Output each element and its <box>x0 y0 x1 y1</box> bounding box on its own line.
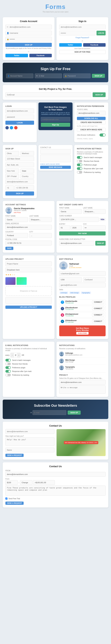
toggle-2[interactable] <box>77 160 82 162</box>
subscribe-signup-button[interactable]: Sign Up <box>41 123 70 127</box>
cc-newsletter-signup-button[interactable]: SIGN UP <box>95 241 106 246</box>
cc-number-input[interactable] <box>59 217 99 222</box>
cu2-checkbox[interactable] <box>6 498 8 500</box>
edit-stars-link[interactable]: & STARS ★★★★ <box>69 267 82 268</box>
si-email-input[interactable] <box>59 24 106 29</box>
account-fn-input[interactable] <box>6 217 28 222</box>
upload-desc-textarea[interactable] <box>6 297 52 304</box>
upload-name-input[interactable] <box>6 262 52 266</box>
signup-state-select[interactable]: State <box>20 168 34 173</box>
ls-login-button[interactable]: LOGIN <box>6 121 34 125</box>
instagram-connect-button[interactable]: CONNECT <box>92 313 104 317</box>
ca-email-input[interactable] <box>6 24 52 29</box>
cc-cvv-input[interactable] <box>83 225 106 230</box>
upload-category-select[interactable]: Dropdown here <box>6 268 52 272</box>
skill-tag-1[interactable]: UxDesign <box>60 292 68 294</box>
account-ln-input[interactable] <box>29 217 52 222</box>
twitter-connect-button[interactable]: CONNECT <box>92 300 104 304</box>
subscribe-banner-signup-button[interactable]: SIGN UP <box>68 410 81 414</box>
cu2-budget-end-input[interactable] <box>33 480 55 485</box>
edit-country-select[interactable]: USA <box>59 277 82 282</box>
check-image-button[interactable]: CHECK WITH IMAGE HERE <box>77 128 106 132</box>
cu2-budget-from-input[interactable] <box>6 480 18 485</box>
upload-thumb-2[interactable] <box>16 277 27 285</box>
subscribe-email-input[interactable] <box>32 410 66 415</box>
signup-zip-input[interactable] <box>6 174 19 179</box>
edit-city-input[interactable] <box>83 277 106 282</box>
ls-email-input[interactable] <box>6 108 34 113</box>
cu1-email-input[interactable] <box>6 429 54 434</box>
banner-email-input[interactable] <box>35 74 62 78</box>
account-email-input[interactable] <box>6 225 52 230</box>
skill-tag-2[interactable]: Web Design <box>69 292 80 294</box>
signup-apt-input[interactable] <box>6 162 34 167</box>
cu1-name-input[interactable] <box>6 448 54 452</box>
cc-fn-input[interactable] <box>59 209 82 214</box>
ca-facebook-button[interactable]: Facebook <box>29 54 52 57</box>
email-toggle-2[interactable] <box>6 362 11 365</box>
upload-stars[interactable]: ★★★☆☆ <box>6 274 16 276</box>
contact-link-textarea[interactable] <box>40 154 71 162</box>
get-project-email-input[interactable] <box>6 92 91 97</box>
email-toggle-1[interactable] <box>6 359 11 362</box>
toggle-1[interactable] <box>77 156 82 159</box>
account-save-button[interactable]: SAVE <box>6 247 13 250</box>
download-all-button[interactable]: DOWNLOAD ALL <box>77 117 106 120</box>
login-facebook-icon[interactable] <box>6 126 9 130</box>
cu2-from-input[interactable] <box>6 472 106 477</box>
privacy-message-textarea[interactable] <box>59 385 106 394</box>
banner-password-input[interactable] <box>63 74 90 78</box>
signup-city-input[interactable] <box>6 168 19 173</box>
si-twitter-button[interactable]: Twitter <box>59 43 82 47</box>
signup-phone-input[interactable] <box>14 186 34 190</box>
cc-exp-year-select[interactable]: 2026 <box>71 225 82 230</box>
upload-thumb-1[interactable] <box>6 277 16 285</box>
si-facebook-button[interactable]: Facebook <box>83 43 106 47</box>
signup-submit-button[interactable]: SIGN UP <box>6 192 34 196</box>
linkedin-connect-button[interactable]: CONNECT <box>92 320 104 323</box>
contact-send-button[interactable]: SEND MESSAGE <box>40 166 71 169</box>
cc-pay-button[interactable]: PAY NOW <box>59 232 106 236</box>
signup-lastname-input[interactable] <box>20 151 34 156</box>
signup-email-input[interactable] <box>6 179 34 184</box>
upload-submit-button[interactable]: UPLOAD A PROJECT <box>6 306 52 309</box>
toggle-5[interactable] <box>77 171 82 174</box>
facebook-connect-button[interactable]: CONNECT <box>92 307 104 310</box>
signup-country-input[interactable] <box>20 174 34 179</box>
privacy-email-input[interactable] <box>59 380 106 384</box>
red-card-subscribe-button[interactable]: SUBSCRIBE <box>76 332 88 334</box>
cu2-budget-to-select[interactable]: Change <box>20 480 32 485</box>
si-password-input[interactable] <box>59 31 96 36</box>
si-login-button[interactable]: LOG IN <box>96 31 106 36</box>
banner-signup-button[interactable]: SIGN UP <box>92 74 105 78</box>
signup-address-input[interactable] <box>6 156 34 161</box>
freq-minus[interactable]: − <box>11 353 14 357</box>
browser-toggle-switch[interactable] <box>100 134 106 136</box>
cu1-help-textarea[interactable] <box>6 437 54 446</box>
contact-link-input[interactable] <box>40 149 71 154</box>
si-forgot-link[interactable]: Forgot Password? <box>59 37 106 38</box>
cc-newsletter-email-input[interactable] <box>59 241 94 246</box>
freq-plus[interactable]: + <box>17 353 20 357</box>
cu2-submit-button[interactable]: SEND A REQUEST <box>6 502 24 505</box>
si-signup-free-button[interactable]: SIGN UP FOR FREE <box>59 50 106 54</box>
notif-email-input[interactable] <box>77 111 106 116</box>
account-country-select[interactable]: Portland <box>6 233 28 238</box>
cu1-send-button[interactable]: SEND A REQUEST <box>6 454 24 457</box>
toggle-4[interactable] <box>77 167 82 170</box>
account-zip-input[interactable] <box>6 241 52 246</box>
email-toggle-3[interactable] <box>6 366 11 369</box>
contact-upload-link[interactable]: CHECK WITH IMAGE HERE <box>40 163 71 165</box>
cc-ln-input[interactable] <box>83 209 106 214</box>
cu2-desc-textarea[interactable] <box>6 486 106 496</box>
email-frequency-input[interactable] <box>14 354 17 356</box>
edit-email-input[interactable] <box>59 271 106 276</box>
cc-exp-month-select[interactable]: 01 <box>59 225 70 230</box>
upload-dropzone[interactable]: Dropzone or Face.ac <box>6 286 52 296</box>
signup-firstname-input[interactable] <box>6 151 19 156</box>
signup-phone-code-select[interactable]: +1 <box>6 186 14 190</box>
skill-tag-3[interactable]: Typography <box>81 292 91 294</box>
email-toggle-5[interactable] <box>6 374 11 376</box>
account-city-input[interactable] <box>29 233 52 238</box>
banner-account-input[interactable] <box>6 74 34 78</box>
